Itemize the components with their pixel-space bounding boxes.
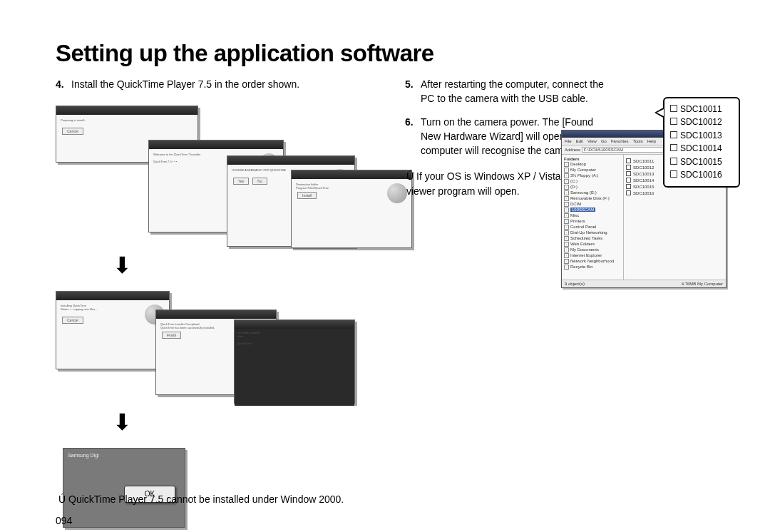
tree-item[interactable]: ·Samsung (E:) <box>564 190 621 195</box>
page-title: Setting up the application software <box>56 40 770 70</box>
address-label: Address <box>565 148 580 152</box>
callout-arrow-icon <box>654 107 664 118</box>
step-6-number: 6. <box>405 115 421 158</box>
checkbox-icon <box>670 118 677 125</box>
note-mark: Ú <box>406 169 416 183</box>
tree-item[interactable]: ·My Computer <box>564 168 621 173</box>
tree-item[interactable]: ·Recycle Bin <box>564 265 621 270</box>
screenshot-group-1: Preparing to install... Cancel Welcome t… <box>56 106 376 248</box>
step-4: 4. Install the QuickTime Player 7.5 in t… <box>56 77 376 91</box>
arrow-down-icon: ⬇ <box>113 254 376 277</box>
checkbox-icon[interactable] <box>626 178 631 183</box>
cancel-button[interactable]: Cancel <box>62 317 83 324</box>
footnote: ÚQuickTime Player 7.5 cannot be installe… <box>58 493 344 505</box>
file-callout: SDC10011SDC10012SDC10013SDC10014SDC10015… <box>663 97 740 188</box>
checkbox-icon <box>670 170 677 178</box>
brand-label: Samsung Digi <box>63 449 185 462</box>
screenshot-group-3: Samsung Digi OK <box>56 448 376 532</box>
checkbox-icon <box>670 131 677 138</box>
footnote-text: QuickTime Player 7.5 cannot be installed… <box>68 493 344 505</box>
finish-button[interactable]: Finish <box>162 332 181 339</box>
tree-item[interactable]: ·(C:) <box>564 179 621 184</box>
cancel-button[interactable]: Cancel <box>62 128 83 135</box>
screenshot-group-2: Installing QuickTimeStatus — copying new… <box>56 291 376 405</box>
checkbox-icon[interactable] <box>626 165 631 170</box>
step-4-text: Install the QuickTime Player 7.5 in the … <box>71 77 376 91</box>
menu-item[interactable]: Favorites <box>611 139 629 143</box>
file-item[interactable]: SDC10016 <box>626 190 724 195</box>
tree-item[interactable]: ·Printers <box>564 219 621 224</box>
explorer-status-bar: 9 object(s) 4.76MB My Computer <box>562 280 726 287</box>
checkbox-icon <box>670 158 677 165</box>
callout-item: SDC10013 <box>670 130 733 142</box>
tree-item[interactable]: ·My Documents <box>564 247 621 252</box>
no-button[interactable]: No <box>252 178 267 185</box>
tree-item[interactable]: ·Scheduled Tasks <box>564 236 621 241</box>
quicktime-splash: rom video watcheraker.QuickTime 7 <box>234 319 355 404</box>
checkbox-icon <box>670 105 677 112</box>
tree-item[interactable]: ·Dial-Up Networking <box>564 230 621 235</box>
menu-item[interactable]: Edit <box>576 139 583 143</box>
callout-item: SDC10014 <box>670 143 733 155</box>
page-number: 094 <box>56 515 72 526</box>
installer-installing: Installing QuickTimeStatus — copying new… <box>56 291 170 369</box>
tree-item[interactable]: ·100SSCAM <box>564 208 621 213</box>
install-button[interactable]: Install <box>297 192 317 199</box>
tree-item[interactable]: ·Misc <box>564 213 621 218</box>
explorer-tree[interactable]: Folders ·Desktop·My Computer·3½ Floppy (… <box>562 155 624 280</box>
checkbox-icon[interactable] <box>626 158 631 163</box>
menu-item[interactable]: View <box>587 139 597 143</box>
step-4-number: 4. <box>56 77 71 91</box>
checkbox-icon[interactable] <box>626 190 631 195</box>
tree-item[interactable]: ·Control Panel <box>564 225 621 230</box>
menu-item[interactable]: Go <box>601 139 607 143</box>
tree-item[interactable]: ·Removable Disk (F:) <box>564 196 621 201</box>
callout-item: SDC10011 <box>670 103 733 116</box>
menu-item[interactable]: Help <box>647 139 656 143</box>
checkbox-icon[interactable] <box>626 171 631 176</box>
footnote-mark: Ú <box>58 493 68 505</box>
tree-item[interactable]: ·Web Folders <box>564 242 621 247</box>
tree-item[interactable]: ·Network Neighborhood <box>564 259 621 264</box>
arrow-down-icon: ⬇ <box>113 411 376 434</box>
step-5-number: 5. <box>405 77 421 106</box>
status-left: 9 object(s) <box>565 282 585 286</box>
callout-item: SDC10015 <box>670 156 733 168</box>
tree-item[interactable]: ·DCIM <box>564 202 621 207</box>
tree-item[interactable]: ·(D:) <box>564 185 621 190</box>
installer-destination: Destination folderProgram Files\\QuickTi… <box>291 170 412 248</box>
tree-item[interactable]: ·Internet Explorer <box>564 253 621 258</box>
tree-item[interactable]: ·Desktop <box>564 162 621 167</box>
title-rule <box>56 70 736 73</box>
setup-complete-dialog: Samsung Digi OK <box>63 448 185 528</box>
callout-item: SDC10012 <box>670 116 733 128</box>
status-right: 4.76MB My Computer <box>682 282 723 286</box>
checkbox-icon <box>670 144 677 151</box>
tree-item[interactable]: ·3½ Floppy (A:) <box>564 173 621 178</box>
menu-item[interactable]: Tools <box>633 139 643 143</box>
menu-item[interactable]: File <box>565 139 572 143</box>
yes-button[interactable]: Yes <box>233 178 249 185</box>
callout-item: SDC10016 <box>670 169 733 181</box>
tree-header: Folders <box>564 157 621 161</box>
checkbox-icon[interactable] <box>626 184 631 189</box>
